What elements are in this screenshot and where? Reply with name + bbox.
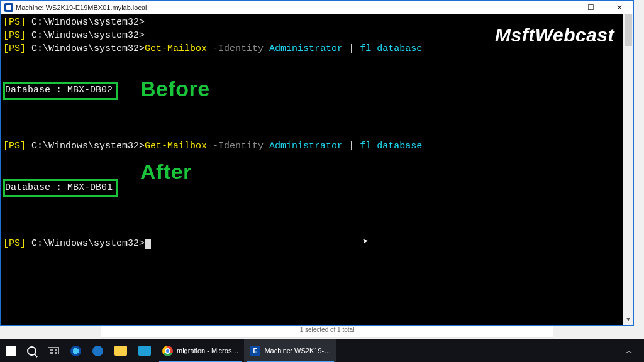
command-line-2: [PS] C:\Windows\system32>Get-Mailbox -Id… (3, 140, 631, 153)
console-scrollbar[interactable]: ▲ ▼ (623, 14, 633, 325)
taskbar-active-label: Machine: WS2K19-… (264, 347, 331, 354)
background-status-text: 1 selected of 1 total (300, 326, 355, 333)
taskbar-ie[interactable] (65, 339, 87, 362)
watermark-text: MsftWebcast (495, 22, 614, 48)
taskbar-chrome-label: migration - Micros… (177, 347, 238, 354)
start-button[interactable] (0, 339, 21, 362)
chrome-icon (162, 346, 173, 356)
ie-icon (70, 346, 81, 356)
titlebar[interactable]: Machine: WS2K19-E19MBX01.mylab.local ─ ☐… (1, 1, 633, 14)
taskbar-active-window[interactable]: Machine: WS2K19-… (244, 339, 336, 362)
annotation-before: Before (140, 74, 210, 104)
output-after: Database : MBX-DB01 (3, 179, 631, 197)
scroll-thumb[interactable] (625, 14, 632, 46)
scroll-down-button[interactable]: ▼ (623, 315, 633, 325)
window-title: Machine: WS2K19-E19MBX01.mylab.local (16, 4, 147, 11)
system-tray[interactable]: ︿ (621, 339, 644, 362)
maximize-button[interactable]: ☐ (577, 1, 605, 14)
prompt-line-cursor: [PS] C:\Windows\system32> (3, 237, 631, 250)
taskbar-search-button[interactable] (21, 339, 42, 362)
desktop: 1 selected of 1 total Start time: 4/3/20… (0, 0, 644, 362)
show-desktop-button[interactable] (638, 339, 641, 362)
windows-logo-icon (6, 346, 16, 356)
store-icon (138, 346, 151, 356)
output-before: Database : MBX-DB02 (3, 82, 631, 100)
minimize-button[interactable]: ─ (548, 1, 577, 14)
search-icon (27, 346, 36, 356)
annotation-after: After (140, 157, 192, 187)
powershell-console[interactable]: MsftWebcast [PS] C:\Windows\system32> [P… (1, 14, 633, 325)
close-button[interactable]: ✕ (605, 1, 633, 14)
tray-overflow-button[interactable]: ︿ (621, 346, 638, 356)
file-explorer-icon (114, 346, 127, 356)
app-icon (4, 3, 13, 12)
exchange-icon (250, 346, 260, 356)
text-cursor (145, 239, 151, 249)
taskbar-chrome[interactable]: migration - Micros… (157, 339, 244, 362)
remote-machine-window: Machine: WS2K19-E19MBX01.mylab.local ─ ☐… (0, 0, 634, 326)
edge-icon (92, 346, 103, 356)
taskbar-edge[interactable] (87, 339, 109, 362)
taskbar[interactable]: migration - Micros… Machine: WS2K19-… ︿ (0, 339, 644, 362)
taskbar-store[interactable] (133, 339, 157, 362)
task-view-icon (48, 347, 59, 354)
task-view-button[interactable] (42, 339, 65, 362)
taskbar-explorer[interactable] (109, 339, 133, 362)
